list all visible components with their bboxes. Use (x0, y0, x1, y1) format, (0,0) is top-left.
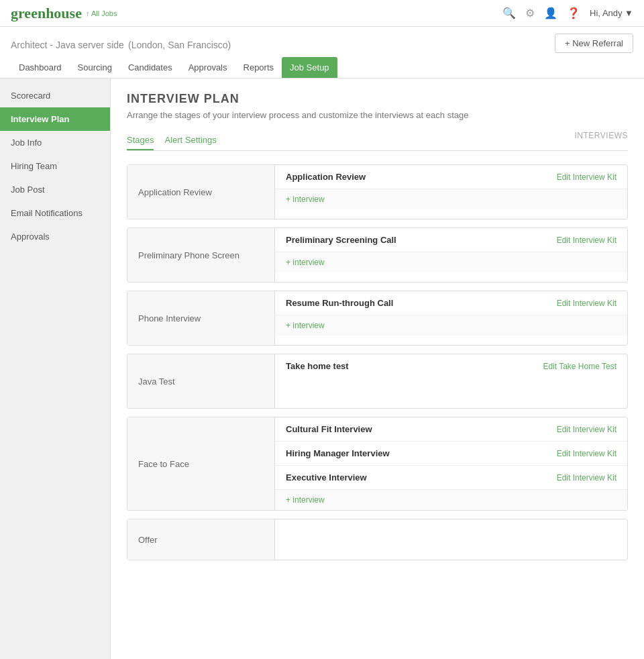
interview-row: Cultural Fit Interview Edit Interview Ki… (275, 417, 627, 442)
job-header: Architect - Java server side (London, Sa… (0, 27, 644, 79)
stage-interviews-offer (275, 519, 627, 560)
job-title: Architect - Java server side (London, Sa… (11, 35, 231, 52)
main-layout: Scorecard Interview Plan Job Info Hiring… (0, 79, 644, 659)
interview-name: Take home test (286, 361, 543, 371)
interview-row: Resume Run-through Call Edit Interview K… (275, 291, 627, 315)
stage-application-review: Application Review Application Review Ed… (127, 164, 628, 219)
job-nav: Dashboard Sourcing Candidates Approvals … (11, 57, 633, 78)
job-location: (London, San Francisco) (128, 40, 231, 50)
edit-interview-kit-link[interactable]: Edit Interview Kit (557, 236, 616, 245)
interview-row: Application Review Edit Interview Kit (275, 165, 627, 189)
stage-face-to-face: Face to Face Cultural Fit Interview Edit… (127, 417, 628, 511)
edit-interview-kit-link[interactable]: Edit Interview Kit (557, 449, 616, 458)
stage-interviews-face-to-face: Cultural Fit Interview Edit Interview Ki… (275, 417, 627, 510)
nav-reports[interactable]: Reports (235, 57, 282, 78)
search-icon[interactable]: 🔍 (502, 7, 516, 19)
nav-candidates[interactable]: Candidates (120, 57, 180, 78)
stage-interviews-application-review: Application Review Edit Interview Kit + … (275, 165, 627, 219)
nav-job-setup[interactable]: Job Setup (282, 57, 337, 78)
stage-label-face-to-face: Face to Face (127, 417, 275, 510)
add-interview-button[interactable]: + interview (275, 490, 627, 510)
interview-name: Cultural Fit Interview (286, 424, 557, 434)
interview-row: Preliminary Screening Call Edit Intervie… (275, 228, 627, 252)
edit-take-home-test-link[interactable]: Edit Take Home Test (543, 362, 616, 371)
add-interview-button[interactable]: + interview (275, 315, 627, 336)
stage-interviews-preliminary-phone-screen: Preliminary Screening Call Edit Intervie… (275, 228, 627, 282)
all-jobs-link[interactable]: ↑ All Jobs (86, 9, 117, 17)
sidebar-item-approvals[interactable]: Approvals (0, 225, 110, 248)
interview-row: Executive Interview Edit Interview Kit (275, 466, 627, 490)
stage-label-java-test: Java Test (127, 354, 275, 408)
interview-name: Resume Run-through Call (286, 298, 557, 308)
page-title: INTERVIEW PLAN (127, 92, 628, 106)
sidebar-item-job-info[interactable]: Job Info (0, 131, 110, 154)
top-nav-icons: 🔍 ⚙ 👤 ❓ Hi, Andy ▼ (502, 7, 633, 19)
sidebar: Scorecard Interview Plan Job Info Hiring… (0, 79, 111, 659)
stage-label-application-review: Application Review (127, 165, 275, 219)
add-interview-button[interactable]: + interview (275, 252, 627, 272)
edit-interview-kit-link[interactable]: Edit Interview Kit (557, 425, 616, 434)
logo: greenhouse (11, 5, 82, 22)
page-description: Arrange the stages of your interview pro… (127, 110, 628, 120)
new-referral-button[interactable]: + New Referral (555, 34, 633, 53)
add-interview-button[interactable]: + interview (275, 189, 627, 209)
tab-alert-settings[interactable]: Alert Settings (164, 131, 216, 150)
edit-interview-kit-link[interactable]: Edit Interview Kit (557, 172, 616, 182)
interview-row: Hiring Manager Interview Edit Interview … (275, 442, 627, 466)
edit-interview-kit-link[interactable]: Edit Interview Kit (557, 473, 616, 483)
interview-name: Hiring Manager Interview (286, 448, 557, 458)
interview-row: Take home test Edit Take Home Test (275, 354, 627, 378)
interview-name: Application Review (286, 172, 557, 182)
sidebar-item-email-notifications[interactable]: Email Notifications (0, 201, 110, 225)
content-tabs: Stages Alert Settings Interviews (127, 131, 628, 151)
interviews-col-header: Interviews (575, 131, 628, 140)
stage-interviews-java-test: Take home test Edit Take Home Test (275, 354, 627, 408)
stage-preliminary-phone-screen: Preliminary Phone Screen Preliminary Scr… (127, 227, 628, 283)
sidebar-item-hiring-team[interactable]: Hiring Team (0, 154, 110, 178)
interview-name: Preliminary Screening Call (286, 235, 557, 245)
stage-label-preliminary-phone-screen: Preliminary Phone Screen (127, 228, 275, 282)
sidebar-item-scorecard[interactable]: Scorecard (0, 84, 110, 107)
sidebar-item-interview-plan[interactable]: Interview Plan (0, 107, 110, 131)
edit-interview-kit-link[interactable]: Edit Interview Kit (557, 299, 616, 308)
help-icon[interactable]: ❓ (567, 7, 580, 19)
stage-phone-interview: Phone Interview Resume Run-through Call … (127, 291, 628, 346)
stage-offer: Offer (127, 519, 628, 560)
sidebar-item-job-post[interactable]: Job Post (0, 178, 110, 201)
stage-java-test: Java Test Take home test Edit Take Home … (127, 354, 628, 409)
nav-approvals[interactable]: Approvals (180, 57, 235, 78)
nav-sourcing[interactable]: Sourcing (70, 57, 120, 78)
person-icon[interactable]: 👤 (544, 7, 557, 19)
user-menu[interactable]: Hi, Andy ▼ (590, 8, 633, 18)
top-nav: greenhouse ↑ All Jobs 🔍 ⚙ 👤 ❓ Hi, Andy ▼ (0, 0, 644, 27)
stage-label-phone-interview: Phone Interview (127, 291, 275, 345)
settings-icon[interactable]: ⚙ (525, 7, 535, 19)
tab-stages[interactable]: Stages (127, 131, 154, 150)
nav-dashboard[interactable]: Dashboard (11, 57, 70, 78)
stage-interviews-phone-interview: Resume Run-through Call Edit Interview K… (275, 291, 627, 345)
stage-label-offer: Offer (127, 519, 275, 560)
content-area: INTERVIEW PLAN Arrange the stages of you… (111, 79, 644, 659)
interview-name: Executive Interview (286, 472, 557, 483)
